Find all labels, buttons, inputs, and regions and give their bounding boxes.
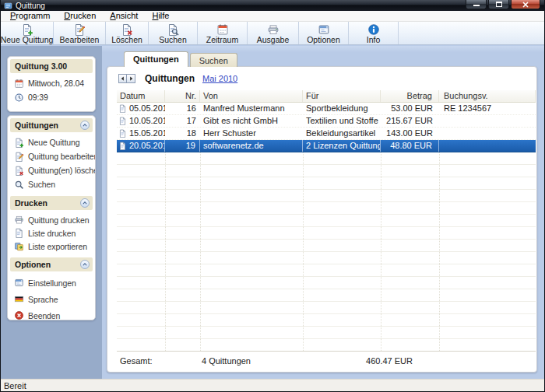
toolbar-output-button[interactable]: Ausgabe (248, 22, 299, 44)
table-row[interactable]: 15.05.2010 18 Herr Schuster Bekleidungsa… (117, 128, 536, 140)
menu-ansicht[interactable]: Ansicht (103, 11, 145, 21)
window-controls (466, 0, 544, 9)
arrow-right-icon (128, 75, 134, 82)
current-date: Mittwoch, 28.04 (28, 79, 84, 88)
document-search-icon (167, 23, 179, 36)
document-icon (118, 128, 127, 138)
window-title: Quittung (16, 2, 45, 10)
options-window-icon (318, 23, 330, 36)
document-edit-icon (73, 23, 86, 36)
document-delete-icon (121, 23, 133, 36)
sidebar-item-new-receipt[interactable]: Neue Quittung (10, 135, 93, 149)
minimize-icon (473, 5, 480, 6)
receipt-list-panel: Quittungen Mai 2010 Datum Nr. Von Für Be… (107, 66, 537, 373)
previous-month-button[interactable] (118, 74, 127, 83)
app-version-label: Quittung 3.00 (15, 61, 67, 71)
document-icon (118, 141, 127, 151)
printer-icon (267, 23, 280, 36)
document-plus-icon (21, 23, 33, 36)
section-header-quittungen: Quittungen (10, 118, 93, 132)
next-month-button[interactable] (127, 74, 135, 83)
total-label: Gesamt: (120, 356, 153, 366)
sidebar-item-export-list[interactable]: Liste exportieren (10, 240, 93, 253)
menu-programm[interactable]: Programm (3, 11, 57, 21)
column-header-datum[interactable]: Datum (117, 90, 165, 102)
toolbar-delete-button[interactable]: Löschen (106, 22, 149, 44)
calendar-icon (216, 23, 229, 36)
menu-drucken[interactable]: Drucken (57, 11, 103, 21)
maximize-button[interactable] (488, 0, 509, 9)
period-link[interactable]: Mai 2010 (202, 74, 237, 83)
sidebar-item-print-list[interactable]: Liste drucken (10, 226, 93, 240)
table-row-selected[interactable]: 20.05.2010 19 softwarenetz.de 2 Lizenzen… (117, 140, 536, 152)
sidebar-item-edit-receipt[interactable]: Quittung bearbeiten (10, 149, 93, 163)
chevron-up-icon (81, 121, 89, 129)
document-icon (118, 103, 127, 114)
receipt-table: Datum Nr. Von Für Betrag Buchungsv. 05.0… (117, 90, 536, 369)
minimize-button[interactable] (466, 0, 487, 9)
german-flag-icon (14, 294, 24, 304)
clock-icon (14, 93, 24, 103)
tab-suchen[interactable]: Suchen (190, 53, 237, 67)
toolbar-new-receipt-button[interactable]: Neue Quittung (1, 22, 54, 44)
sidebar-item-quit[interactable]: Beenden (10, 307, 93, 320)
toolbar: Neue Quittung Bearbeiten Löschen Suchen … (1, 22, 544, 45)
total-amount: 460.47 EUR (366, 356, 413, 366)
sidebar-item-search[interactable]: Suchen (10, 177, 93, 191)
sidebar-item-print-receipt[interactable]: Quittung drucken (10, 213, 93, 226)
table-footer: Gesamt: 4 Quittungen 460.47 EUR (117, 351, 536, 369)
table-row[interactable]: 10.05.2010 17 Gibt es nicht GmbH Textili… (117, 115, 536, 128)
titlebar: Quittung (1, 0, 544, 11)
info-icon (367, 23, 380, 36)
empty-rows-area (117, 152, 536, 351)
menu-hilfe[interactable]: Hilfe (145, 11, 176, 21)
column-header-betrag[interactable]: Betrag (381, 90, 439, 102)
close-icon (522, 1, 529, 9)
close-button[interactable] (511, 0, 540, 9)
sidebar-item-delete-receipt[interactable]: Quittung(en) löschen (10, 163, 93, 177)
tab-bar: Quittungen Suchen (124, 51, 237, 67)
column-header-nr[interactable]: Nr. (165, 90, 200, 102)
toolbar-period-button[interactable]: Zeitraum (198, 22, 248, 44)
export-icon (14, 241, 24, 251)
app-info-panel: Quittung 3.00 Mittwoch, 28.04 09:39 (7, 56, 96, 112)
column-header-von[interactable]: Von (200, 90, 303, 102)
collapse-button-quittungen[interactable] (80, 121, 90, 130)
section-header-drucken: Drucken (10, 196, 93, 210)
current-time: 09:39 (28, 93, 48, 102)
search-icon (14, 180, 24, 190)
tab-quittungen[interactable]: Quittungen (124, 51, 188, 67)
toolbar-search-button[interactable]: Suchen (149, 22, 198, 44)
main-area: Quittungen Suchen Quittungen Mai 2010 Da… (102, 46, 544, 379)
collapse-button-optionen[interactable] (80, 260, 90, 269)
printer-icon (14, 215, 24, 225)
collapse-button-drucken[interactable] (80, 198, 90, 208)
sidebar: Quittung 3.00 Mittwoch, 28.04 09:39 Quit… (1, 46, 102, 379)
app-icon (4, 2, 12, 10)
table-row[interactable]: 05.05.2010 16 Manfred Mustermann Sportbe… (117, 103, 536, 115)
calendar-icon (14, 79, 24, 89)
toolbar-info-button[interactable]: Info (349, 22, 399, 44)
column-header-fuer[interactable]: Für (303, 90, 381, 102)
arrow-left-icon (120, 75, 125, 82)
toolbar-edit-button[interactable]: Bearbeiten (54, 22, 106, 44)
app-version-header: Quittung 3.00 (10, 59, 93, 73)
statusbar: Bereit (1, 379, 544, 391)
current-date-row: Mittwoch, 28.04 (10, 76, 93, 90)
quit-icon (14, 310, 24, 320)
toolbar-options-button[interactable]: Optionen (299, 22, 349, 44)
column-header-buchungsv[interactable]: Buchungsv. (439, 90, 536, 102)
receipt-count: 4 Quittungen (202, 356, 251, 366)
maximize-icon (496, 2, 502, 7)
sidebar-item-settings[interactable]: Einstellungen (10, 275, 93, 291)
status-text: Bereit (4, 381, 26, 390)
chevron-up-icon (81, 199, 89, 207)
document-icon (14, 228, 24, 238)
document-icon (118, 116, 127, 126)
document-edit-icon (14, 152, 24, 162)
sidebar-item-language[interactable]: Sprache (10, 291, 93, 307)
settings-window-icon (14, 278, 24, 288)
menubar: Programm Drucken Ansicht Hilfe (1, 11, 544, 22)
document-delete-icon (14, 166, 24, 176)
app-window: Quittung Programm Drucken Ansicht Hilfe … (0, 0, 545, 392)
